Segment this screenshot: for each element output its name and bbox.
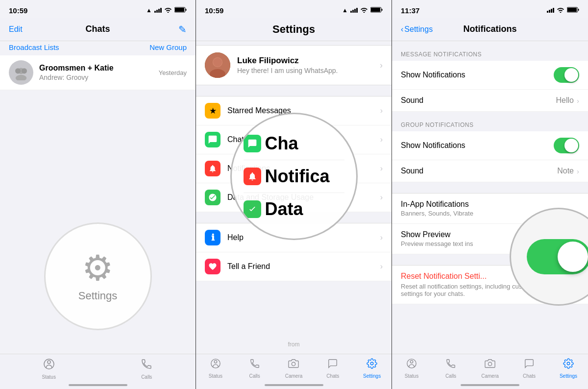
notifications-title: Notifications (463, 24, 516, 34)
in-app-label: In-App Notifications (401, 200, 579, 209)
help-icon: ℹ (205, 230, 220, 245)
circle-notifications-item: Notifica (244, 160, 344, 193)
svg-rect-11 (382, 9, 383, 11)
tab-calls[interactable]: Calls (98, 358, 196, 380)
starred-chevron: › (380, 106, 383, 115)
mid-tab-settings[interactable]: Settings (352, 358, 392, 379)
home-indicator (69, 384, 127, 386)
notifications-icon (205, 161, 220, 176)
location-icon: ▲ (146, 7, 152, 14)
msg-show-label: Show Notifications (401, 71, 554, 79)
msg-sound-label: Sound (401, 96, 556, 105)
notifications-chevron: › (380, 164, 383, 173)
right-tab-camera[interactable]: Camera (470, 358, 510, 379)
msg-show-notifications-row[interactable]: Show Notifications (392, 61, 588, 90)
grp-show-notifications-row[interactable]: Show Notifications (392, 131, 588, 160)
right-settings-icon (563, 358, 574, 372)
circle-notifica-label: Notifica (265, 166, 330, 187)
circle-data-icon (244, 200, 261, 218)
compose-icon[interactable]: ✎ (178, 24, 187, 35)
right-status-label: Status (405, 373, 418, 379)
mid-tab-calls[interactable]: Calls (235, 358, 274, 379)
right-signal-icon (547, 8, 554, 13)
svg-rect-1 (175, 8, 184, 12)
circle-chats-label: Cha (265, 133, 298, 154)
profile-info: Luke Filipowicz Hey there! I am using Wh… (237, 56, 338, 74)
circle-data-label: Data (265, 199, 303, 219)
circle-chats-icon (244, 135, 261, 152)
tell-friend-chevron: › (380, 262, 383, 271)
broadcast-lists-link[interactable]: Broadcast Lists (9, 43, 59, 51)
middle-nav-bar: Settings (196, 18, 392, 41)
right-tab-calls[interactable]: Calls (431, 358, 470, 379)
chat-time: Yesterday (159, 69, 187, 76)
svg-rect-20 (567, 8, 577, 12)
right-chats-label: Chats (523, 373, 536, 379)
tell-friend-item[interactable]: Tell a Friend › (196, 252, 392, 281)
svg-rect-10 (371, 8, 380, 12)
battery-icon (174, 7, 187, 14)
left-phone-panel: 10:59 ▲ Edit Chats ✎ Broadcast Lists New… (0, 0, 196, 389)
right-status-icon (406, 358, 417, 372)
msg-show-toggle[interactable] (554, 67, 579, 83)
right-tab-chats[interactable]: Chats (510, 358, 549, 379)
tab-status[interactable]: Status (0, 358, 98, 380)
back-chevron-icon: ‹ (401, 25, 403, 34)
notif-nav-bar: ‹ Settings Notifications (392, 18, 588, 41)
profile-status: Hey there! I am using WhatsApp. (237, 67, 338, 74)
svg-rect-2 (186, 9, 187, 11)
right-time: 11:37 (401, 6, 419, 15)
grp-show-toggle-thumb (564, 139, 578, 152)
mid-tab-chats[interactable]: Chats (313, 358, 352, 379)
msg-sound-value: Hello (556, 96, 574, 105)
right-phone-panel: 11:37 ‹ Settings Notifications MESSAGE N… (392, 0, 588, 389)
gear-icon: ⚙ (82, 250, 114, 286)
avatar (9, 60, 33, 85)
msg-sound-row[interactable]: Sound Hello › (392, 90, 588, 112)
middle-status-bar: 10:59 ▲ (196, 0, 392, 18)
right-battery-icon (567, 7, 579, 14)
big-toggle (527, 239, 588, 274)
grp-sound-value: Note (557, 167, 574, 175)
chat-item[interactable]: Groomsmen + Katie Andrew: Groovy Yesterd… (0, 55, 196, 90)
new-group-link[interactable]: New Group (149, 43, 187, 51)
settings-label: Settings (78, 290, 118, 302)
left-status-icons: ▲ (146, 7, 187, 14)
mid-tab-camera[interactable]: Camera (274, 358, 314, 379)
svg-point-17 (214, 361, 217, 364)
chat-name: Groomsmen + Katie (39, 64, 159, 73)
back-button[interactable]: ‹ Settings (401, 25, 433, 34)
msg-sound-chevron: › (577, 97, 579, 105)
mid-tab-status[interactable]: Status (196, 358, 235, 379)
grp-sound-row[interactable]: Sound Note › (392, 160, 588, 182)
chats-chevron: › (380, 135, 383, 144)
circle-data-item: Data (244, 193, 344, 225)
from-label: from (196, 337, 392, 350)
mid-wifi-icon (360, 7, 368, 14)
svg-point-6 (22, 68, 27, 73)
mid-home-indicator (265, 384, 323, 386)
right-tab-status[interactable]: Status (392, 358, 431, 379)
chats-title: Chats (85, 24, 110, 34)
grp-show-toggle[interactable] (554, 138, 579, 153)
mid-calls-label: Calls (249, 373, 260, 379)
in-app-gap (392, 182, 588, 193)
tell-friend-icon (205, 259, 220, 274)
circle-notif-icon (244, 168, 261, 185)
right-calls-icon (445, 358, 456, 372)
data-chevron: › (380, 193, 383, 202)
right-chats-icon (524, 358, 535, 372)
profile-row[interactable]: Luke Filipowicz Hey there! I am using Wh… (196, 45, 392, 85)
grp-show-label: Show Notifications (401, 141, 554, 150)
mid-chats-icon (327, 358, 338, 372)
mid-status-icon (210, 358, 221, 372)
help-chevron: › (380, 233, 383, 242)
data-icon (205, 190, 220, 205)
svg-point-4 (16, 75, 26, 80)
svg-point-23 (410, 361, 413, 364)
edit-button[interactable]: Edit (9, 25, 23, 34)
right-home-indicator (461, 384, 519, 386)
starred-icon: ★ (205, 103, 220, 119)
right-tab-settings[interactable]: Settings (549, 358, 588, 379)
mid-camera-label: Camera (285, 373, 303, 379)
